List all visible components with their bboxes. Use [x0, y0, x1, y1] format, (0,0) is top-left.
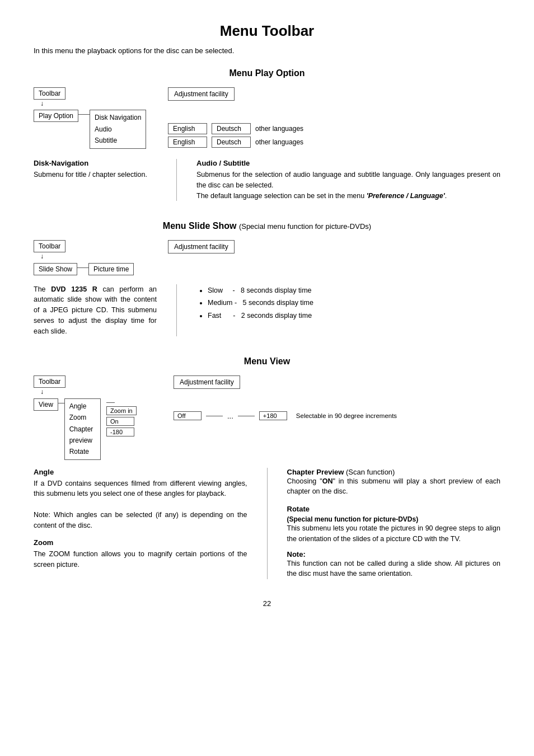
- slide-show-tree-right: Adjustment facility: [168, 240, 500, 275]
- lang-row-1: English Deutsch other languages: [168, 123, 500, 134]
- chapter-block: Chapter Preview (Scan function) Choosing…: [287, 468, 501, 497]
- slide-show-desc-left: The DVD 1235 R can perform an automatic …: [34, 284, 157, 337]
- speed-slow: Slow - 8 seconds display time: [208, 284, 500, 297]
- toolbar-box: Toolbar: [34, 87, 65, 100]
- adjustment-box-2: Adjustment facility: [168, 240, 235, 253]
- note-title: Note:: [287, 550, 501, 558]
- slide-show-tree: Slide Show Picture time: [34, 263, 157, 275]
- view-box: View: [34, 398, 58, 411]
- submenu-zoom: Zoom: [69, 412, 96, 423]
- on-bold: ON: [322, 477, 333, 485]
- chapter-desc: Choosing "ON" in this submenu will play …: [287, 476, 501, 497]
- chapter-title: Chapter Preview: [287, 468, 344, 476]
- play-option-diagram: Toolbar ↓ Play Option Disk Navigation Au…: [34, 87, 500, 150]
- rotate-range-row: Off ... +180 Selectable in 90 degree inc…: [174, 411, 500, 420]
- play-option-descriptions: Disk-Navigation Submenu for title / chap…: [34, 159, 500, 201]
- off-box: Off: [174, 411, 202, 420]
- page-intro: In this menu the playback options for th…: [34, 46, 500, 55]
- arrow-down-3: ↓: [40, 388, 101, 396]
- play-option-tree-right: Adjustment facility English Deutsch othe…: [168, 87, 500, 150]
- slide-show-section: Menu Slide Show (Special menu function f…: [34, 221, 500, 336]
- speed-fast: Fast - 2 seconds display time: [208, 309, 500, 322]
- horiz-line-1: [78, 114, 90, 115]
- toolbar-box-2: Toolbar: [34, 240, 65, 252]
- lang-other-1: other languages: [255, 125, 303, 133]
- slide-show-box: Slide Show: [34, 263, 77, 275]
- zoom-desc: The ZOOM function allows you to magnify …: [34, 549, 247, 570]
- play-option-tree-left: Toolbar ↓ Play Option Disk Navigation Au…: [34, 87, 157, 150]
- zoom-title: Zoom: [34, 538, 247, 547]
- speed-medium: Medium - 5 seconds display time: [208, 297, 500, 309]
- view-tree-right: Adjustment facility Off ... +180 Selecta…: [174, 375, 500, 459]
- range-line-2: [238, 416, 255, 416]
- lang-english-1: English: [168, 123, 207, 134]
- rotate-desc: This submenu lets you rotate the picture…: [287, 523, 501, 544]
- page-number: 22: [34, 599, 500, 608]
- plus180-box: +180: [259, 411, 287, 420]
- view-tree-mid: Zoom in On -180: [106, 398, 168, 459]
- toolbar-box-3: Toolbar: [34, 375, 65, 388]
- page-title: Menu Toolbar: [34, 22, 500, 40]
- angle-title: Angle: [34, 468, 247, 476]
- selectable-note: Selectable in 90 degree increments: [296, 412, 397, 419]
- slide-show-descriptions: The DVD 1235 R can perform an automatic …: [34, 284, 500, 337]
- submenu-item-disk: Disk Navigation: [95, 112, 141, 123]
- adjustment-box-1: Adjustment facility: [168, 87, 235, 101]
- view-descriptions: Angle If a DVD contains sequences filmed…: [34, 468, 500, 580]
- horiz-line-2: [77, 267, 88, 268]
- adjustment-box-3: Adjustment facility: [174, 375, 240, 389]
- lang-deutsch-1: Deutsch: [212, 123, 251, 134]
- arrow-down-2: ↓: [40, 252, 157, 260]
- view-diagram: Toolbar ↓ View Angle Zoom Chapter previe…: [34, 375, 500, 459]
- slide-show-heading: Menu Slide Show (Special menu function f…: [34, 221, 500, 231]
- speed-list: Slow - 8 seconds display time Medium - 5…: [196, 284, 500, 322]
- view-tree-left: Toolbar ↓ View Angle Zoom Chapter previe…: [34, 375, 101, 459]
- disk-nav-title: Disk-Navigation: [34, 159, 157, 167]
- on-box: On: [106, 417, 134, 426]
- note-desc: This function can not be called during a…: [287, 558, 501, 580]
- slide-show-special: (Special menu function for picture-DVDs): [239, 222, 371, 231]
- angle-desc: If a DVD contains sequences filmed from …: [34, 478, 247, 531]
- dvd-model: DVD 1235 R: [51, 285, 97, 293]
- slide-show-text: The DVD 1235 R can perform an automatic …: [34, 284, 157, 337]
- horiz-mid: [106, 402, 115, 403]
- on-row: On: [106, 417, 168, 426]
- picture-time-box: Picture time: [88, 263, 134, 275]
- audio-sub-title: Audio / Subtitle: [196, 159, 500, 167]
- view-desc-left: Angle If a DVD contains sequences filmed…: [34, 468, 247, 580]
- audio-sub-text: Submenus for the selection of audio lang…: [196, 170, 500, 201]
- view-heading: Menu View: [34, 356, 500, 367]
- submenu-item-subtitle: Subtitle: [95, 135, 141, 146]
- view-tree: View Angle Zoom Chapter preview Rotate: [34, 398, 101, 460]
- rotate-title: Rotate: [287, 505, 501, 513]
- play-option-section: Menu Play Option Toolbar ↓ Play Option D…: [34, 68, 500, 201]
- rotate-subtitle: (Special menu function for picture-DVDs): [287, 515, 501, 523]
- play-option-box: Play Option: [34, 110, 78, 122]
- view-desc-right: Chapter Preview (Scan function) Choosing…: [287, 468, 501, 580]
- lang-english-2: English: [168, 137, 207, 148]
- chapter-scan: (Scan function): [346, 468, 395, 476]
- minus180-box: -180: [106, 428, 134, 436]
- lang-row-2: English Deutsch other languages: [168, 137, 500, 148]
- zoom-options: Zoom in On -180: [106, 406, 168, 436]
- arrow-down-1: ↓: [40, 100, 157, 107]
- play-option-heading: Menu Play Option: [34, 68, 500, 78]
- horiz-line-3: [58, 403, 64, 403]
- disk-nav-text: Submenu for title / chapter selection.: [34, 170, 157, 180]
- note-block: Note: This function can not be called du…: [287, 550, 501, 580]
- zoom-in-box: Zoom in: [106, 406, 137, 415]
- audio-sub-desc: Audio / Subtitle Submenus for the select…: [196, 159, 500, 201]
- preference-language-link: 'Preference / Language': [367, 192, 445, 200]
- slide-show-diagram: Toolbar ↓ Slide Show Picture time Adjust…: [34, 240, 500, 275]
- range-line: [206, 416, 223, 416]
- minus180-row: -180: [106, 428, 168, 436]
- submenu-chapter: Chapter preview: [69, 424, 96, 447]
- slide-show-title: Menu Slide Show: [163, 221, 237, 231]
- play-option-tree: Play Option Disk Navigation Audio Subtit…: [34, 110, 157, 148]
- submenu-item-audio: Audio: [95, 124, 141, 135]
- submenu-rotate: Rotate: [69, 446, 96, 457]
- slide-show-bullets: Slow - 8 seconds display time Medium - 5…: [196, 284, 500, 337]
- view-section: Menu View Toolbar ↓ View Angle Zoom Chap…: [34, 356, 500, 579]
- slide-show-tree-left: Toolbar ↓ Slide Show Picture time: [34, 240, 157, 275]
- zoom-in-row: Zoom in: [106, 406, 168, 415]
